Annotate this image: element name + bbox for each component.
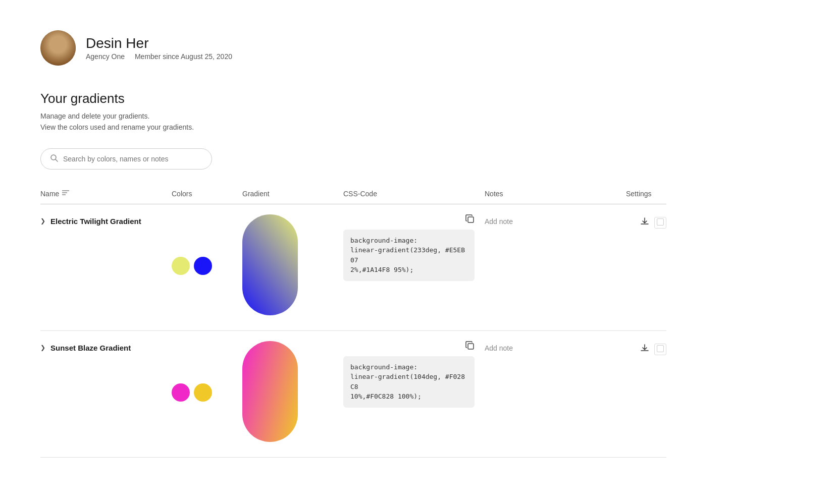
expand-icon[interactable]: ❯ <box>40 344 45 351</box>
add-note[interactable]: Add note <box>485 217 513 226</box>
gradient-row: ❯ Sunset Blaze Gradient background-image… <box>40 331 666 458</box>
section-title: Your gradients <box>40 91 666 106</box>
copy-icon[interactable] <box>465 214 475 226</box>
header-css-code: CSS-Code <box>343 190 485 198</box>
gradient-preview-cell <box>242 214 343 315</box>
avatar <box>40 30 76 66</box>
section-description-2: View the colors used and rename your gra… <box>40 122 666 133</box>
user-header: Desin Her Agency One Member since August… <box>40 30 666 66</box>
gradient-row: ❯ Electric Twilight Gradient background-… <box>40 204 666 331</box>
header-colors: Colors <box>172 190 242 198</box>
gradient-pill <box>242 214 298 315</box>
user-agency: Agency One <box>86 52 125 61</box>
settings-cell <box>626 214 666 315</box>
download-icon[interactable] <box>640 217 649 228</box>
user-info: Desin Her Agency One Member since August… <box>86 35 232 61</box>
css-code-box: background-image:linear-gradient(104deg,… <box>343 356 475 408</box>
user-member-since: Member since August 25, 2020 <box>135 52 232 61</box>
copy-wrapper[interactable] <box>343 214 475 226</box>
css-code-cell: background-image:linear-gradient(104deg,… <box>343 341 485 442</box>
copy-icon[interactable] <box>465 341 475 352</box>
gradient-name: Sunset Blaze Gradient <box>50 344 131 352</box>
svg-rect-7 <box>468 344 474 349</box>
search-container <box>40 148 666 170</box>
search-input[interactable] <box>63 155 202 163</box>
colors-cell <box>172 214 242 315</box>
table-header: Name Colors Gradient CSS-Code Notes Sett… <box>40 190 666 204</box>
search-wrapper[interactable] <box>40 148 212 170</box>
row-name-cell: ❯ Sunset Blaze Gradient <box>40 341 172 442</box>
user-name: Desin Her <box>86 35 232 51</box>
section-description-1: Manage and delete your gradients. <box>40 110 666 122</box>
meta-separator <box>129 52 131 61</box>
section-header: Your gradients Manage and delete your gr… <box>40 91 666 133</box>
colors-cell <box>172 341 242 442</box>
color-dot-2[interactable] <box>194 257 212 275</box>
gradient-preview-cell <box>242 341 343 442</box>
svg-rect-5 <box>468 217 474 222</box>
delete-icon[interactable] <box>654 344 666 355</box>
header-notes: Notes <box>485 190 626 198</box>
svg-line-1 <box>56 159 58 161</box>
color-dot-1[interactable] <box>172 383 190 402</box>
css-code-box: background-image:linear-gradient(233deg,… <box>343 230 475 281</box>
copy-wrapper[interactable] <box>343 341 475 352</box>
css-code-cell: background-image:linear-gradient(233deg,… <box>343 214 485 315</box>
color-dot-2[interactable] <box>194 383 212 402</box>
sort-icon[interactable] <box>62 190 69 197</box>
expand-icon[interactable]: ❯ <box>40 217 45 225</box>
user-meta: Agency One Member since August 25, 2020 <box>86 52 232 61</box>
gradient-pill <box>242 341 298 442</box>
add-note[interactable]: Add note <box>485 344 513 352</box>
delete-icon[interactable] <box>654 217 666 229</box>
notes-cell: Add note <box>485 214 626 315</box>
settings-cell <box>626 341 666 442</box>
header-name: Name <box>40 190 172 198</box>
row-name-cell: ❯ Electric Twilight Gradient <box>40 214 172 315</box>
gradient-name: Electric Twilight Gradient <box>50 217 141 226</box>
color-dot-1[interactable] <box>172 257 190 275</box>
download-icon[interactable] <box>640 344 649 355</box>
search-icon <box>50 154 58 164</box>
notes-cell: Add note <box>485 341 626 442</box>
svg-rect-6 <box>657 218 664 225</box>
header-settings: Settings <box>626 190 666 198</box>
svg-rect-8 <box>657 345 664 352</box>
header-gradient: Gradient <box>242 190 343 198</box>
